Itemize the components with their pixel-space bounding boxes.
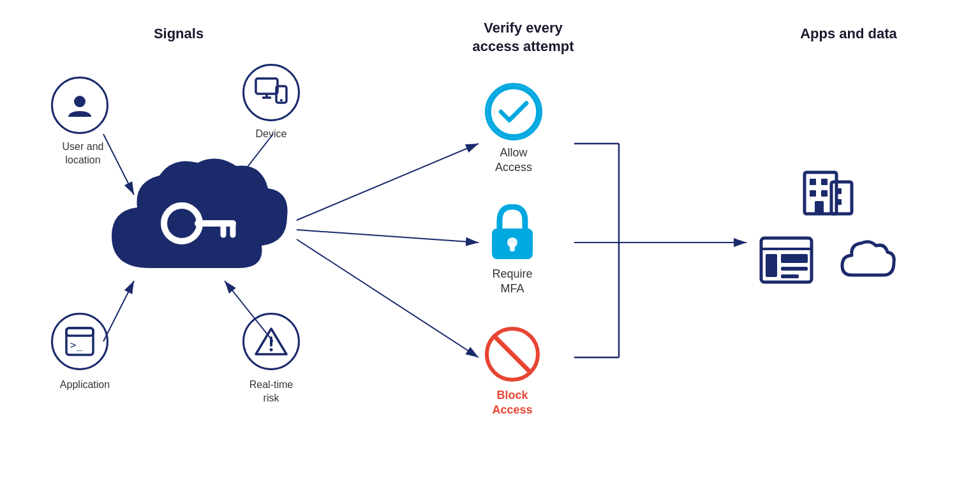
- user-icon: [64, 90, 95, 121]
- svg-line-45: [297, 239, 479, 357]
- cloud-apps-icon: [839, 238, 896, 283]
- mfa-icon: [487, 204, 538, 262]
- risk-icon-circle: [242, 313, 300, 370]
- svg-rect-19: [510, 243, 515, 251]
- verify-label-text: Verify everyaccess attempt: [473, 20, 574, 54]
- svg-rect-1: [256, 79, 278, 94]
- svg-rect-30: [815, 201, 824, 214]
- allow-label: AllowAccess: [495, 146, 532, 176]
- svg-rect-34: [781, 254, 808, 263]
- application-icon-circle: >_: [51, 313, 108, 370]
- block-icon: [485, 327, 540, 382]
- svg-rect-33: [766, 254, 777, 277]
- svg-point-16: [489, 87, 538, 136]
- block-circle: [484, 326, 541, 383]
- svg-text:>_: >_: [70, 339, 83, 351]
- risk-label: Real-timerisk: [230, 378, 313, 405]
- svg-rect-23: [831, 182, 852, 214]
- svg-point-0: [74, 96, 85, 107]
- svg-rect-28: [836, 188, 842, 194]
- svg-point-11: [270, 348, 273, 352]
- user-location-icon-circle: [51, 77, 108, 134]
- mfa-circle: [484, 204, 541, 262]
- allow-icon: [487, 84, 540, 139]
- block-access-item: BlockAccess: [484, 326, 541, 418]
- apps-row-bottom: [759, 236, 896, 284]
- cloud-icon: [99, 147, 297, 294]
- enterprise-icon: [799, 160, 857, 217]
- risk-icon: [255, 326, 288, 357]
- svg-rect-7: [66, 328, 93, 336]
- apps-label: Apps and data: [800, 26, 897, 42]
- device-label: Device: [236, 128, 306, 141]
- svg-rect-24: [810, 179, 816, 185]
- svg-rect-29: [836, 199, 842, 205]
- svg-line-44: [297, 230, 479, 243]
- svg-rect-27: [821, 190, 828, 197]
- svg-rect-26: [810, 190, 816, 197]
- svg-rect-36: [781, 274, 799, 278]
- mfa-item: RequireMFA: [484, 204, 541, 297]
- svg-point-5: [280, 99, 283, 101]
- mfa-label: RequireMFA: [492, 267, 532, 297]
- svg-rect-25: [821, 179, 828, 185]
- apps-section: [759, 160, 896, 284]
- signals-label: Signals: [154, 26, 204, 42]
- device-icon: [255, 77, 288, 108]
- apps-row-top: [799, 160, 857, 217]
- svg-rect-35: [781, 267, 808, 271]
- diagram: Signals Verify everyaccess attempt Apps …: [0, 0, 980, 494]
- verify-label: Verify everyaccess attempt: [473, 19, 574, 56]
- allow-circle: [485, 83, 542, 140]
- allow-access-item: AllowAccess: [485, 83, 542, 176]
- block-label: BlockAccess: [492, 388, 532, 418]
- application-icon: >_: [64, 326, 96, 357]
- application-label: Application: [43, 378, 126, 392]
- svg-line-43: [297, 144, 479, 220]
- svg-line-21: [494, 336, 530, 372]
- cloud-key: [99, 147, 297, 294]
- device-icon-circle: [242, 64, 300, 121]
- browser-icon: [759, 236, 813, 284]
